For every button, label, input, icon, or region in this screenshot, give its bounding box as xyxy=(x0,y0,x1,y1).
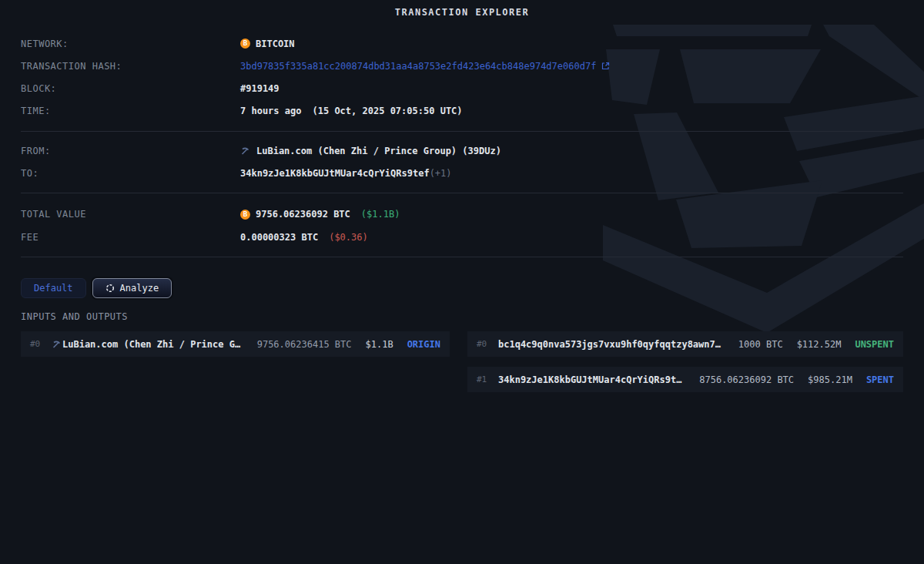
analyze-label: Analyze xyxy=(120,283,159,294)
input-row[interactable]: #0 LuBian.com (Chen Zhi / Prince Group) … xyxy=(21,331,450,357)
total-value-label: TOTAL VALUE xyxy=(21,209,240,220)
outputs-table: #0 bc1q4c9q0nva573jgs7vxu9hf0qyfqqtzy8aw… xyxy=(467,331,903,392)
fee-row: FEE 0.00000323 BTC ($0.36) xyxy=(21,226,903,249)
page-title: TRANSACTION EXPLORER xyxy=(21,0,903,23)
output-amount: 1000 BTC xyxy=(726,339,783,350)
bitcoin-icon: B xyxy=(240,39,250,49)
transaction-meta-section: NETWORK: B BITCOIN TRANSACTION HASH: 3bd… xyxy=(21,32,903,122)
analyze-button[interactable]: Analyze xyxy=(92,278,172,298)
section-divider xyxy=(21,193,903,193)
transaction-explorer-screen: TRANSACTION EXPLORER NETWORK: B BITCOIN … xyxy=(0,0,924,564)
transaction-hash-link[interactable]: 3bd97835f335a81cc200874dbd31aa4a8753e2fd… xyxy=(240,61,610,72)
inputs-outputs-heading: INPUTS AND OUTPUTS xyxy=(21,311,903,322)
section-divider xyxy=(21,257,903,257)
analyze-icon xyxy=(105,284,115,293)
default-view-button[interactable]: Default xyxy=(21,278,86,298)
total-value-usd: ($1.1B) xyxy=(361,209,400,220)
output-amount: 8756.06236092 BTC xyxy=(687,374,794,385)
pickaxe-icon xyxy=(52,340,61,349)
from-label: FROM: xyxy=(21,146,240,156)
transaction-hash-value: 3bd97835f335a81cc200874dbd31aa4a8753e2fd… xyxy=(240,61,596,72)
input-amount: 9756.06236415 BTC xyxy=(245,339,352,350)
default-view-label: Default xyxy=(34,283,73,294)
output-usd: $112.52M xyxy=(783,339,842,350)
external-link-icon xyxy=(601,62,610,70)
output-status-badge: SPENT xyxy=(852,374,894,385)
to-address[interactable]: 34kn9zJe1K8kbGUJtMUar4cQrYiQRs9tef xyxy=(240,168,430,179)
block-value: #919149 xyxy=(240,83,280,94)
section-divider xyxy=(21,131,903,132)
block-row: BLOCK: #919149 xyxy=(21,77,903,99)
from-entity[interactable]: LuBian.com (Chen Zhi / Prince Group) (39… xyxy=(256,146,501,156)
to-label: TO: xyxy=(21,168,240,179)
output-index: #0 xyxy=(477,339,498,349)
value-fee-section: TOTAL VALUE B 9756.06236092 BTC ($1.1B) … xyxy=(21,203,903,249)
fee-usd: ($0.36) xyxy=(329,232,368,243)
view-toolbar: Default Analyze xyxy=(21,278,903,298)
inputs-outputs-tables: #0 LuBian.com (Chen Zhi / Prince Group) … xyxy=(21,331,903,392)
time-absolute: (15 Oct, 2025 07:05:50 UTC) xyxy=(312,106,462,116)
time-relative: 7 hours ago xyxy=(240,106,301,116)
output-row[interactable]: #0 bc1q4c9q0nva573jgs7vxu9hf0qyfqqtzy8aw… xyxy=(467,331,903,357)
input-entity[interactable]: LuBian.com (Chen Zhi / Prince Group) (39… xyxy=(62,339,245,350)
output-status-badge: UNSPENT xyxy=(841,339,894,350)
from-row: FROM: LuBian.com (Chen Zhi / Prince Grou… xyxy=(21,139,903,162)
block-label: BLOCK: xyxy=(21,83,240,94)
network-label: NETWORK: xyxy=(21,39,240,49)
time-label: TIME: xyxy=(21,106,240,116)
output-row[interactable]: #1 34kn9zJe1K8kbGUJtMUar4cQrYiQRs9tef 87… xyxy=(467,367,903,392)
bitcoin-icon: B xyxy=(240,210,250,220)
fee-btc: 0.00000323 BTC xyxy=(240,232,318,243)
fee-label: FEE xyxy=(21,232,240,243)
time-row: TIME: 7 hours ago (15 Oct, 2025 07:05:50… xyxy=(21,99,903,122)
output-index: #1 xyxy=(477,374,498,384)
from-to-section: FROM: LuBian.com (Chen Zhi / Prince Grou… xyxy=(21,139,903,184)
total-value-btc: 9756.06236092 BTC xyxy=(256,209,350,220)
total-value-row: TOTAL VALUE B 9756.06236092 BTC ($1.1B) xyxy=(21,203,903,226)
inputs-table: #0 LuBian.com (Chen Zhi / Prince Group) … xyxy=(21,331,450,357)
input-index: #0 xyxy=(30,339,52,349)
transaction-hash-row: TRANSACTION HASH: 3bd97835f335a81cc20087… xyxy=(21,55,903,77)
input-usd: $1.1B xyxy=(352,339,393,350)
transaction-hash-label: TRANSACTION HASH: xyxy=(21,61,240,72)
output-address[interactable]: 34kn9zJe1K8kbGUJtMUar4cQrYiQRs9tef xyxy=(498,374,687,385)
network-value: BITCOIN xyxy=(256,39,295,49)
network-row: NETWORK: B BITCOIN xyxy=(21,32,903,55)
pickaxe-icon xyxy=(240,146,249,156)
to-row: TO: 34kn9zJe1K8kbGUJtMUar4cQrYiQRs9tef (… xyxy=(21,162,903,184)
output-address[interactable]: bc1q4c9q0nva573jgs7vxu9hf0qyfqqtzy8awn77… xyxy=(498,339,726,350)
input-status-badge: ORIGIN xyxy=(393,339,440,350)
output-usd: $985.21M xyxy=(794,374,852,385)
to-extra-count: (+1) xyxy=(430,168,452,179)
